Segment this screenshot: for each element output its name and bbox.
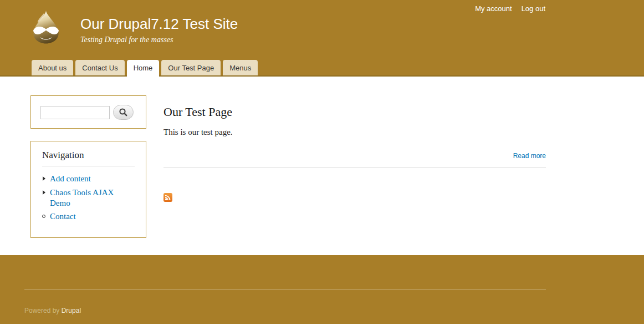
powered-by-text: Powered by Drupal bbox=[24, 307, 546, 314]
footer-inner: Powered by Drupal bbox=[24, 255, 546, 314]
leaf-circle-icon bbox=[42, 215, 45, 218]
tab-menus[interactable]: Menus bbox=[223, 60, 258, 75]
powered-by-prefix: Powered by bbox=[24, 307, 62, 314]
search-block bbox=[30, 95, 146, 129]
name-and-slogan: Our Drupal7.12 Test Site Testing Drupal … bbox=[80, 16, 238, 44]
tab-home[interactable]: Home bbox=[127, 60, 160, 77]
site-slogan: Testing Drupal for the masses bbox=[80, 35, 238, 44]
drupal-droplet-icon bbox=[29, 9, 63, 44]
my-account-link[interactable]: My account bbox=[475, 4, 512, 13]
drupal-link[interactable]: Drupal bbox=[62, 307, 81, 314]
nav-link-contact[interactable]: Contact bbox=[50, 212, 76, 221]
sidebar-first: Navigation Add content Chaos Tools AJAX … bbox=[30, 95, 146, 238]
site-footer: Powered by Drupal bbox=[0, 255, 644, 324]
main-area: Navigation Add content Chaos Tools AJAX … bbox=[0, 77, 644, 255]
nav-link-add-content[interactable]: Add content bbox=[50, 174, 91, 183]
nav-link-chaos-tools-ajax-demo[interactable]: Chaos Tools AJAX Demo bbox=[50, 188, 114, 207]
tab-our-test-page[interactable]: Our Test Page bbox=[161, 60, 221, 75]
navigation-block: Navigation Add content Chaos Tools AJAX … bbox=[30, 141, 146, 238]
body-text: This is our test page. bbox=[163, 128, 546, 137]
header-inner: My account Log out Our D bbox=[22, 0, 554, 75]
search-form bbox=[40, 105, 136, 120]
drupal-logo[interactable] bbox=[29, 9, 63, 44]
tab-contact-us[interactable]: Contact Us bbox=[75, 60, 124, 75]
search-input[interactable] bbox=[40, 106, 110, 119]
tab-about-us[interactable]: About us bbox=[32, 60, 73, 75]
search-submit-button[interactable] bbox=[113, 105, 134, 120]
read-more-link[interactable]: Read more bbox=[513, 152, 546, 160]
layout: Navigation Add content Chaos Tools AJAX … bbox=[22, 77, 546, 238]
site-header: My account Log out Our D bbox=[0, 0, 644, 77]
main-content: Our Test Page This is our test page. Rea… bbox=[163, 77, 546, 204]
collapsed-arrow-icon bbox=[43, 176, 45, 181]
nav-item-add-content: Add content bbox=[42, 174, 115, 184]
rss-icon bbox=[163, 193, 172, 202]
content-divider bbox=[163, 167, 546, 167]
navigation-block-title: Navigation bbox=[42, 150, 135, 166]
site-name-link[interactable]: Our Drupal7.12 Test Site bbox=[80, 16, 238, 32]
magnifier-icon bbox=[119, 108, 128, 117]
main-menu: About us Contact Us Home Our Test Page M… bbox=[32, 60, 258, 75]
footer-divider bbox=[24, 289, 546, 290]
secondary-menu: My account Log out bbox=[475, 4, 545, 13]
page-title: Our Test Page bbox=[163, 105, 546, 119]
rss-feed-link[interactable] bbox=[163, 193, 172, 202]
navigation-menu: Add content Chaos Tools AJAX Demo Contac… bbox=[42, 174, 135, 222]
collapsed-arrow-icon bbox=[43, 190, 45, 195]
read-more-wrapper: Read more bbox=[163, 152, 546, 160]
nav-item-chaos-tools: Chaos Tools AJAX Demo bbox=[42, 187, 115, 209]
log-out-link[interactable]: Log out bbox=[522, 4, 545, 13]
nav-item-contact: Contact bbox=[42, 211, 115, 222]
